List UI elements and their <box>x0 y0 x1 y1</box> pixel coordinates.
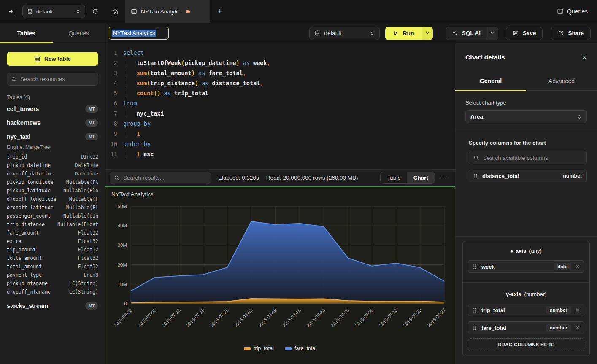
column-type: Float32 <box>78 247 98 253</box>
y-axis-hint: (number) <box>524 291 547 297</box>
token-id: distance_total <box>212 80 260 86</box>
column-chip-distance_total[interactable]: distance_totalnumber <box>469 170 587 182</box>
share-icon <box>558 30 564 36</box>
query-title-input[interactable]: NYTaxi Analytics <box>109 27 169 40</box>
tab-general[interactable]: General <box>455 71 526 90</box>
column-chip-trip_total[interactable]: trip_totalnumber× <box>468 304 584 316</box>
axis-configuration-card: x-axis(any) weekdate× y-axis(number) tri… <box>462 241 590 356</box>
column-chip-fare_total[interactable]: fare_totalnumber× <box>468 321 584 334</box>
tables-section-label: Tables (4) <box>7 94 98 100</box>
legend-item-fare_total[interactable]: fare_total <box>285 345 316 351</box>
code-content: count() as trip_total <box>117 88 208 98</box>
main-area: 1select2toStartOfWeek(pickup_datetime) a… <box>105 43 455 364</box>
svg-text:2015-06-28: 2015-06-28 <box>113 307 133 328</box>
database-selector[interactable]: default <box>22 5 85 18</box>
chart-section: NYTaxi Analytics 010M20M30M40M50M2015-06… <box>105 187 455 364</box>
svg-text:2015-08-23: 2015-08-23 <box>305 307 326 328</box>
table-engine-badge: MT <box>85 119 98 127</box>
queries-button[interactable]: Queries <box>557 8 588 15</box>
sparkles-icon <box>451 30 458 37</box>
columns-search[interactable] <box>469 151 587 164</box>
sql-ai-options-button[interactable] <box>486 27 498 40</box>
y-axis-items: trip_totalnumber×fare_totalnumber× <box>468 304 584 334</box>
token-par: ( <box>147 70 150 76</box>
remove-column-button[interactable]: × <box>575 307 580 313</box>
line-number: 11 <box>105 149 117 159</box>
tab-advanced[interactable]: Advanced <box>526 71 597 90</box>
column-name: fare_amount <box>7 230 39 236</box>
results-search[interactable] <box>110 172 211 184</box>
home-tab[interactable] <box>105 0 125 23</box>
chart-type-select[interactable]: Area <box>465 110 587 123</box>
sql-editor[interactable]: 1select2toStartOfWeek(pickup_datetime) a… <box>105 43 455 169</box>
column-type: Nullable(F <box>69 196 98 202</box>
sql-ai-button[interactable]: SQL AI <box>446 27 486 40</box>
columns-search-input[interactable] <box>483 155 582 161</box>
drop-zone[interactable]: DRAG COLUMNS HERE <box>468 338 584 351</box>
save-button[interactable]: Save <box>506 27 543 40</box>
sidebar-table-hackernews[interactable]: hackernewsMT <box>7 116 98 129</box>
line-number: 3 <box>105 68 117 78</box>
column-name: dropoff_latitude <box>7 205 54 210</box>
chart-legend: trip_totalfare_total <box>105 345 455 351</box>
sidebar-table-cell_towers[interactable]: cell_towersMT <box>7 102 98 116</box>
legend-item-trip_total[interactable]: trip_total <box>244 345 274 351</box>
token-ind <box>125 70 137 77</box>
view-toggle-table[interactable]: Table <box>381 172 407 183</box>
code-content: sum(total_amount) as fare_total, <box>117 68 246 78</box>
table-engine-badge: MT <box>85 133 98 140</box>
run-button[interactable]: Run <box>385 27 421 40</box>
token-kw: as <box>195 70 209 76</box>
column-name: pickup_latitude <box>7 188 51 194</box>
table-column-row: pickup_latitudeNullable(Flo <box>7 186 98 195</box>
refresh-button[interactable] <box>90 6 100 16</box>
sidebar-search[interactable] <box>7 73 98 86</box>
line-number: 8 <box>105 119 117 129</box>
sidebar-table-nyc_taxi[interactable]: nyc_taxiMT <box>7 129 98 143</box>
remove-column-button[interactable]: × <box>575 325 580 331</box>
view-toggle-chart[interactable]: Chart <box>407 172 435 183</box>
svg-text:2015-09-13: 2015-09-13 <box>378 307 398 328</box>
sidebar-collapse-button[interactable] <box>7 6 17 17</box>
home-icon <box>112 8 119 15</box>
column-type: UInt32 <box>81 154 98 160</box>
results-more-button[interactable]: ⋯ <box>439 173 450 183</box>
token-id: nyc_taxi <box>137 110 164 117</box>
new-table-button[interactable]: New table <box>7 52 98 66</box>
run-options-button[interactable] <box>422 27 433 40</box>
active-panel-tab-underline <box>455 90 526 91</box>
y-axis-label: y-axis <box>506 291 521 297</box>
column-type: Nullable(Fl <box>66 205 98 210</box>
column-name: tip_amount <box>7 247 36 253</box>
column-chip-name: fare_total <box>481 325 542 331</box>
remove-column-button[interactable]: × <box>575 264 580 270</box>
legend-label: trip_total <box>254 345 274 351</box>
active-tab-underline <box>0 42 53 43</box>
share-button[interactable]: Share <box>551 27 591 40</box>
token-num: 1 <box>137 130 140 137</box>
sidebar-table-stocks_stream[interactable]: stocks_streamMT <box>7 299 98 313</box>
results-search-input[interactable] <box>123 175 207 181</box>
drag-handle-icon <box>473 264 477 270</box>
token-ind <box>125 80 137 87</box>
line-number: 1 <box>105 48 117 58</box>
tab-tables[interactable]: Tables <box>0 23 53 43</box>
available-columns-list: distance_totalnumber <box>469 170 587 182</box>
new-tab-button[interactable]: + <box>210 0 230 23</box>
table-column-row: pickup_ntanameLC(String) <box>7 279 98 288</box>
table-engine-label: Engine: MergeTree <box>7 143 98 153</box>
top-bar: default <box>0 0 597 23</box>
close-panel-button[interactable]: × <box>582 54 587 62</box>
column-name: pickup_longitude <box>7 179 54 185</box>
sidebar-search-input[interactable] <box>20 76 94 82</box>
code-content: toStartOfWeek(pickup_datetime) as week, <box>117 58 270 68</box>
code-line: 3sum(total_amount) as fare_total, <box>105 68 455 78</box>
tab-nytaxi-analytics[interactable]: NYTaxi Analyti... <box>125 0 210 23</box>
column-chip-week[interactable]: weekdate× <box>468 260 584 273</box>
line-number: 4 <box>105 78 117 88</box>
toolbar-database-selector[interactable]: default <box>309 27 380 40</box>
tab-queries[interactable]: Queries <box>53 23 105 43</box>
table-column-row: dropoff_datetimeDateTime <box>7 170 98 178</box>
table-column-row: trip_distanceNullable(Float <box>7 220 98 229</box>
column-type: Float32 <box>78 255 98 261</box>
